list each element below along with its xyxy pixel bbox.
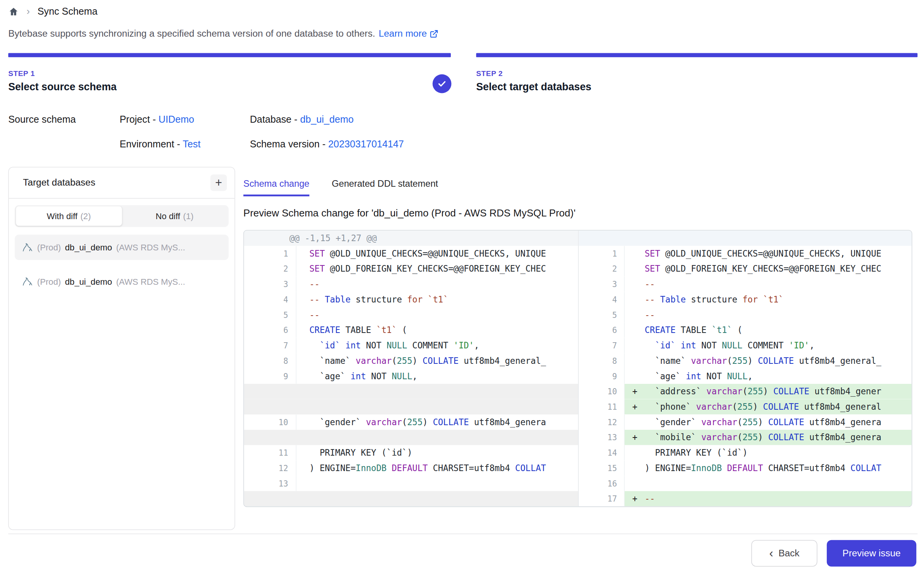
diff-row-right-5: 5--	[579, 307, 912, 323]
plus-icon: +	[215, 177, 222, 189]
code-line: `name` varchar(255) COLLATE utf8mb4_gene…	[297, 353, 578, 368]
added-marker: +	[632, 384, 645, 399]
line-number: 11	[257, 445, 296, 461]
line-number: 13	[586, 430, 624, 445]
diff-row-right-0	[579, 230, 912, 246]
line-number: 11	[586, 399, 624, 414]
target-databases-panel: Target databases + With diff (2) No diff…	[8, 167, 235, 530]
line-number: 12	[586, 414, 624, 430]
diff-row-right-2: 2SET @OLD_FOREIGN_KEY_CHECKS=@@FOREIGN_K…	[579, 261, 912, 277]
target-panel-header: Target databases +	[9, 167, 234, 199]
source-database: Database - db_ui_demo	[250, 114, 354, 125]
home-icon[interactable]	[8, 6, 19, 17]
code-line: + `mobile` varchar(255) COLLATE utf8mb4_…	[625, 430, 912, 445]
line-number: 9	[586, 368, 624, 384]
diff-row-left-1: 1SET @OLD_UNIQUE_CHECKS=@@UNIQUE_CHECKS,…	[244, 246, 578, 261]
line-number: 13	[257, 476, 296, 491]
tab-with-diff[interactable]: With diff (2)	[16, 206, 121, 226]
step2-title: Select target databases	[476, 81, 592, 93]
code-line: +--	[625, 491, 912, 507]
environment-link[interactable]: Test	[183, 139, 201, 149]
diff-row-left-6: 6CREATE TABLE `t1` (	[244, 323, 578, 338]
diff-row-right-8: 8 `name` varchar(255) COLLATE utf8mb4_ge…	[579, 353, 912, 368]
project-label: Project -	[120, 114, 158, 125]
add-target-database-button[interactable]: +	[211, 174, 227, 191]
line-number: 12	[257, 460, 296, 476]
tab-no-diff-label: No diff	[155, 211, 180, 221]
line-number: 10	[586, 384, 624, 399]
tab-no-diff[interactable]: No diff (1)	[122, 206, 228, 226]
diff-row-left-0: @@ -1,15 +1,27 @@	[244, 230, 578, 246]
added-marker: +	[632, 430, 645, 445]
preview-issue-button[interactable]: Preview issue	[827, 540, 916, 567]
diff-row-right-14: 14 PRIMARY KEY (`id`)	[579, 445, 912, 461]
code-line: --	[625, 277, 912, 292]
schema-diff-viewer[interactable]: @@ -1,15 +1,27 @@1SET @OLD_UNIQUE_CHECKS…	[243, 230, 912, 507]
diff-row-left-11	[244, 399, 578, 414]
code-line: SET @OLD_FOREIGN_KEY_CHECKS=@@FOREIGN_KE…	[297, 261, 578, 277]
line-number: 16	[586, 476, 624, 491]
intro-description: Bytebase supports synchronizing a specif…	[8, 28, 375, 39]
db-instance: (AWS RDS MyS...	[116, 277, 185, 286]
source-environment: Environment - Test	[120, 139, 201, 150]
breadcrumb: › Sync Schema	[8, 6, 97, 17]
target-database-item-2[interactable]: (Prod) db_ui_demo (AWS RDS MyS...	[15, 269, 229, 294]
diff-row-left-15: 12) ENGINE=InnoDB DEFAULT CHARSET=utf8mb…	[244, 460, 578, 476]
code-line: --	[297, 307, 578, 323]
diff-row-left-14: 11 PRIMARY KEY (`id`)	[244, 445, 578, 461]
diff-row-right-10: 10+ `address` varchar(255) COLLATE utf8m…	[579, 384, 912, 399]
diff-row-left-10	[244, 384, 578, 399]
code-line: -- Table structure for `t1`	[625, 292, 912, 307]
line-number: 4	[257, 292, 296, 307]
footer-divider	[8, 534, 917, 534]
line-number: 7	[257, 338, 296, 353]
line-number: 17	[586, 491, 624, 507]
intro-text: Bytebase supports synchronizing a specif…	[8, 28, 438, 39]
diff-row-right-11: 11+ `phone` varchar(255) COLLATE utf8mb4…	[579, 399, 912, 414]
learn-more-link[interactable]: Learn more	[379, 28, 439, 39]
diff-row-right-4: 4-- Table structure for `t1`	[579, 292, 912, 307]
page-title: Sync Schema	[37, 6, 98, 17]
preview-issue-label: Preview issue	[843, 548, 901, 559]
line-number: 6	[257, 323, 296, 338]
diff-row-right-3: 3--	[579, 277, 912, 292]
step2-label: STEP 2	[476, 69, 592, 78]
target-database-item-1[interactable]: (Prod) db_ui_demo (AWS RDS MyS...	[15, 235, 229, 260]
code-line: SET @OLD_UNIQUE_CHECKS=@@UNIQUE_CHECKS, …	[625, 246, 912, 261]
line-number: 14	[586, 445, 624, 461]
mysql-icon	[22, 276, 33, 287]
line-number: 10	[257, 414, 296, 430]
back-button[interactable]: ‹ Back	[751, 540, 817, 567]
preview-tabs: Schema change Generated DDL statement	[243, 179, 438, 196]
code-line: ) ENGINE=InnoDB DEFAULT CHARSET=utf8mb4 …	[297, 460, 578, 476]
added-marker: +	[632, 399, 645, 414]
code-line: ) ENGINE=InnoDB DEFAULT CHARSET=utf8mb4 …	[625, 460, 912, 476]
step1-complete-badge	[433, 74, 452, 93]
diff-row-left-4: 4-- Table structure for `t1`	[244, 292, 578, 307]
diff-row-left-2: 2SET @OLD_FOREIGN_KEY_CHECKS=@@FOREIGN_K…	[244, 261, 578, 277]
back-button-label: Back	[779, 548, 799, 559]
diff-row-left-7: 7 `id` int NOT NULL COMMENT 'ID',	[244, 338, 578, 353]
external-link-icon	[430, 29, 439, 38]
diff-row-right-1: 1SET @OLD_UNIQUE_CHECKS=@@UNIQUE_CHECKS,…	[579, 246, 912, 261]
db-env: (Prod)	[37, 277, 61, 286]
source-version: Schema version - 20230317014147	[250, 139, 404, 150]
line-number: 3	[586, 277, 624, 292]
code-line: + `address` varchar(255) COLLATE utf8mb4…	[625, 384, 912, 399]
line-number: 6	[586, 323, 624, 338]
diff-pane-source: @@ -1,15 +1,27 @@1SET @OLD_UNIQUE_CHECKS…	[244, 230, 579, 506]
tab-with-diff-count: (2)	[80, 211, 91, 221]
db-name: db_ui_demo	[65, 243, 112, 252]
diff-row-left-3: 3--	[244, 277, 578, 292]
database-link[interactable]: db_ui_demo	[300, 114, 354, 125]
code-line: SET @OLD_UNIQUE_CHECKS=@@UNIQUE_CHECKS, …	[297, 246, 578, 261]
tab-schema-change[interactable]: Schema change	[243, 179, 309, 196]
code-line: -- Table structure for `t1`	[297, 292, 578, 307]
project-link[interactable]: UIDemo	[158, 114, 194, 125]
schema-version-link[interactable]: 20230317014147	[328, 139, 404, 149]
tab-generated-ddl[interactable]: Generated DDL statement	[332, 179, 438, 196]
code-line: `id` int NOT NULL COMMENT 'ID',	[625, 338, 912, 353]
database-label: Database -	[250, 114, 300, 125]
db-env: (Prod)	[37, 243, 61, 252]
line-number: 9	[257, 368, 296, 384]
